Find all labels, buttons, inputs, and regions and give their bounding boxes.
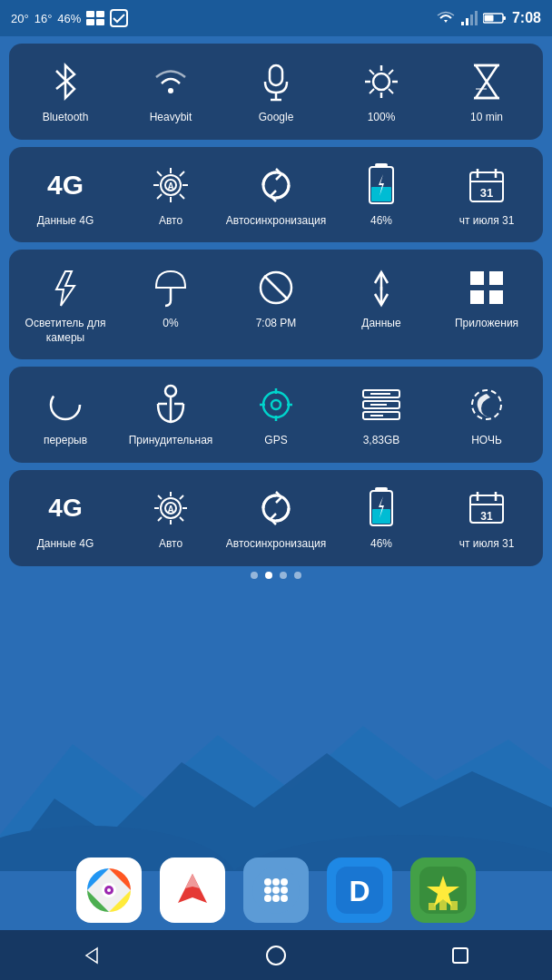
dock-dashlane[interactable]: D xyxy=(327,858,392,923)
background-mountains xyxy=(0,690,552,871)
svg-point-12 xyxy=(168,88,173,93)
tile-calendar-2[interactable]: 31 чт июля 31 xyxy=(441,479,532,557)
heavybit-icon xyxy=(147,58,194,105)
tile-4g[interactable]: 4G Данные 4G xyxy=(20,156,111,234)
tile-time[interactable]: 7:08 PM xyxy=(231,259,321,337)
tile-auto[interactable]: A Авто xyxy=(125,156,216,234)
home-button[interactable] xyxy=(253,933,299,978)
tile-auto-2[interactable]: A Авто xyxy=(125,479,216,557)
tile-battery[interactable]: 46% xyxy=(336,156,427,234)
sync-2-icon xyxy=(252,485,300,532)
tile-night[interactable]: НОЧЬ xyxy=(441,376,532,454)
dot-4[interactable] xyxy=(294,572,301,579)
tile-storage[interactable]: 3,83GB xyxy=(336,376,427,454)
tile-flashlight[interactable]: Осветитель для камеры xyxy=(20,259,111,350)
dock-bookmarks[interactable] xyxy=(410,858,476,923)
svg-rect-5 xyxy=(461,22,464,25)
gps-icon xyxy=(252,381,300,428)
tile-4g-2[interactable]: 4G Данные 4G xyxy=(20,479,111,557)
tile-bluetooth[interactable]: Bluetooth xyxy=(20,53,111,131)
svg-line-85 xyxy=(180,517,183,521)
svg-line-87 xyxy=(158,517,162,521)
svg-rect-0 xyxy=(86,11,94,17)
dock-copilot[interactable] xyxy=(160,858,225,923)
tile-pause[interactable]: перерыв xyxy=(20,376,111,454)
tile-timer[interactable]: 10 min xyxy=(441,53,532,131)
svg-rect-13 xyxy=(270,65,282,85)
svg-rect-3 xyxy=(96,19,104,25)
svg-point-106 xyxy=(281,878,288,886)
svg-point-105 xyxy=(272,878,280,886)
svg-rect-119 xyxy=(450,901,458,910)
tile-sync-2[interactable]: Автосинхронизация xyxy=(231,479,321,557)
nav-bar xyxy=(0,930,552,980)
svg-point-108 xyxy=(272,887,280,894)
svg-line-23 xyxy=(389,70,393,74)
tile-gps[interactable]: GPS xyxy=(231,376,321,454)
calendar-icon: 31 xyxy=(463,162,510,209)
dock-launcher[interactable] xyxy=(243,858,309,923)
svg-point-61 xyxy=(271,400,281,409)
storage-icon xyxy=(358,381,405,428)
back-button[interactable] xyxy=(69,933,114,978)
anchor-icon xyxy=(147,381,194,428)
svg-line-49 xyxy=(264,276,288,299)
svg-rect-11 xyxy=(484,15,493,22)
dock-photosphere[interactable] xyxy=(76,858,142,923)
dock: D xyxy=(0,850,552,930)
svg-rect-118 xyxy=(439,897,447,910)
apps-label: Приложения xyxy=(455,317,518,331)
svg-point-109 xyxy=(281,887,288,894)
check-icon xyxy=(110,9,128,27)
tile-0pct[interactable]: 0% xyxy=(125,259,216,337)
tile-data[interactable]: Данные xyxy=(336,259,427,337)
auto-2-label: Авто xyxy=(159,537,182,552)
svg-point-58 xyxy=(165,386,176,397)
loading-circle-icon xyxy=(42,381,89,428)
flash-icon xyxy=(42,264,89,311)
timer-label: 10 min xyxy=(470,111,503,125)
svg-point-60 xyxy=(263,392,289,417)
svg-line-22 xyxy=(389,89,393,93)
tile-battery-2[interactable]: 46% xyxy=(336,479,427,557)
time-label: 7:08 PM xyxy=(256,317,297,331)
auto-icon: A xyxy=(147,162,194,209)
dot-3[interactable] xyxy=(280,572,287,579)
tile-brightness[interactable]: 100% xyxy=(336,53,427,131)
svg-line-24 xyxy=(370,89,374,93)
forced-label: Принудительная xyxy=(129,434,213,448)
sync-2-label: Автосинхронизация xyxy=(226,537,326,552)
svg-rect-6 xyxy=(466,18,468,25)
svg-line-86 xyxy=(180,495,183,499)
circle-slash-icon xyxy=(252,264,300,311)
night-icon xyxy=(463,381,510,428)
temp-high: 20° xyxy=(11,12,29,25)
google-mic-icon xyxy=(252,58,300,105)
bluetooth-icon xyxy=(42,58,89,105)
svg-rect-54 xyxy=(470,290,484,304)
4g-2-label: Данные 4G xyxy=(37,537,94,552)
tile-calendar[interactable]: 31 чт июля 31 xyxy=(441,156,532,234)
4g-2-icon: 4G xyxy=(42,485,89,532)
flashlight-label: Осветитель для камеры xyxy=(22,317,109,345)
wifi-status-icon xyxy=(436,11,456,25)
pause-label: перерыв xyxy=(44,434,87,448)
svg-point-16 xyxy=(373,74,389,90)
svg-rect-4 xyxy=(111,10,127,26)
tile-apps[interactable]: Приложения xyxy=(441,259,532,337)
svg-line-38 xyxy=(157,194,162,199)
dot-1[interactable] xyxy=(251,572,258,579)
tile-forced[interactable]: Принудительная xyxy=(125,376,216,454)
panel-partial: 4G Данные 4G A Авто xyxy=(9,470,543,566)
tile-autosync[interactable]: Автосинхронизация xyxy=(231,156,321,234)
svg-marker-47 xyxy=(56,271,74,306)
4g-icon: 4G xyxy=(42,162,89,209)
svg-line-21 xyxy=(370,70,374,74)
dot-2[interactable] xyxy=(265,572,272,579)
svg-line-35 xyxy=(157,172,162,176)
recent-button[interactable] xyxy=(438,933,483,978)
tile-heavybit[interactable]: Heavybit xyxy=(125,53,216,131)
battery-2-label: 46% xyxy=(370,537,392,552)
battery-status: 46% xyxy=(57,12,81,25)
tile-google[interactable]: Google xyxy=(231,53,321,131)
